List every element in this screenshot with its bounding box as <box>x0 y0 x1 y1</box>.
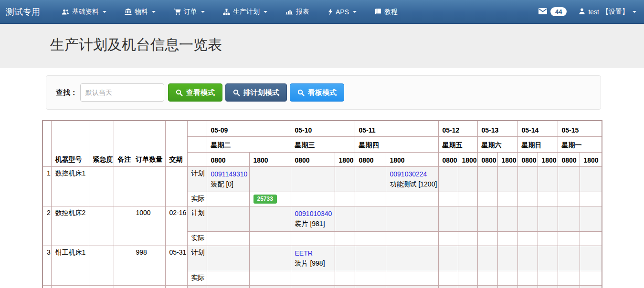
actual-cell <box>580 231 602 246</box>
nav-item-basic-data[interactable]: 基础资料 <box>53 0 116 23</box>
date-header: 05-11 <box>355 121 438 136</box>
kanban-mode-button[interactable]: 看板模式 <box>290 83 344 102</box>
weekday-header: 星期三 <box>291 136 355 152</box>
plan-cell <box>497 206 517 231</box>
actual-cell <box>386 231 438 246</box>
actual-cell <box>207 271 249 285</box>
weekday-header: 星期六 <box>477 136 517 152</box>
nav-item-orders[interactable]: 订单 <box>165 0 214 23</box>
actual-cell <box>477 192 497 206</box>
page-title: 生产计划及机台信息一览表 <box>50 35 644 55</box>
actual-cell <box>458 271 477 285</box>
nav-item-tutorial[interactable]: 教程 <box>366 0 407 23</box>
row-type-label: 实际 <box>187 231 207 246</box>
urgency-cell <box>89 285 114 288</box>
order-link[interactable]: 0091149310 <box>211 169 245 179</box>
actual-cell <box>497 192 517 206</box>
due-date-cell <box>165 166 187 206</box>
machine-name: 钳工机床2 <box>51 285 89 288</box>
plan-cell <box>458 285 477 288</box>
time-header: 1800 <box>538 152 558 166</box>
actual-cell <box>458 231 477 246</box>
actual-cell <box>335 271 355 285</box>
mail-count-badge[interactable]: 44 <box>550 7 567 16</box>
actual-cell <box>517 192 538 206</box>
caret-down-icon <box>264 11 267 13</box>
actual-cell <box>558 271 580 285</box>
date-header: 05-12 <box>438 121 477 136</box>
search-input[interactable] <box>80 83 164 102</box>
brand[interactable]: 测试专用 <box>0 0 49 23</box>
time-header: 1800 <box>497 152 517 166</box>
task-desc: 装片 [998] <box>295 258 331 268</box>
user-menu[interactable]: test 【设置】 <box>579 8 636 16</box>
nav-item-material[interactable]: 物料 <box>116 0 165 23</box>
order-link[interactable]: 0091010340 <box>295 209 331 219</box>
nav-label: 生产计划 <box>233 8 260 16</box>
button-label: 看板模式 <box>308 88 337 97</box>
task-desc: 功能测试 [1200] <box>390 179 434 189</box>
table-row: 3 钳工机床1 998 05-31 计划 EETR 装片 [998] <box>42 246 602 271</box>
time-header: 0800 <box>207 152 249 166</box>
plan-cell: EETR <box>386 285 438 288</box>
sitemap-icon <box>223 9 230 15</box>
users-icon <box>62 9 69 15</box>
nav-item-reports[interactable]: 报表 <box>276 0 318 23</box>
actual-cell <box>355 192 386 206</box>
schedule-mode-button[interactable]: 排计划模式 <box>225 83 287 102</box>
plan-cell: 0091149310 装配 [0] <box>207 166 249 192</box>
weekday-header: 星期五 <box>438 136 477 152</box>
table-row: 4 钳工机床2 计划 侧板 EETR <box>42 285 602 288</box>
plan-cell: 0091030224 功能测试 [1200] <box>386 166 438 192</box>
actual-cell <box>291 271 335 285</box>
plan-cell <box>249 285 291 288</box>
plan-cell <box>438 285 458 288</box>
order-link[interactable]: 0091030224 <box>390 169 434 179</box>
actual-cell <box>580 192 602 206</box>
actual-cell <box>477 231 497 246</box>
plan-cell <box>207 206 249 231</box>
date-header: 05-14 <box>517 121 558 136</box>
row-index: 1 <box>42 166 51 206</box>
plan-cell <box>538 246 558 271</box>
envelope-icon[interactable] <box>538 8 547 16</box>
plan-cell <box>580 285 602 288</box>
row-type-label: 实际 <box>187 271 207 285</box>
actual-cell <box>335 192 355 206</box>
actual-cell <box>538 271 558 285</box>
nav-label: APS <box>336 8 349 16</box>
navbar: 测试专用 基础资料 物料 订单 生产计划 报表 APS <box>0 0 644 24</box>
col-header-rowtype <box>187 136 207 152</box>
plan-cell <box>335 246 355 271</box>
plan-cell <box>580 246 602 271</box>
machine-name: 钳工机床1 <box>51 246 89 285</box>
time-header: 0800 <box>438 152 458 166</box>
plan-cell <box>386 206 438 231</box>
order-qty-cell: 998 <box>132 246 165 285</box>
nav-item-aps[interactable]: APS <box>318 0 366 23</box>
actual-cell <box>538 231 558 246</box>
time-header: 1800 <box>458 152 477 166</box>
nav-label: 教程 <box>384 8 398 16</box>
actual-cell <box>538 192 558 206</box>
row-type-label: 计划 <box>187 246 207 271</box>
order-link[interactable]: EETR <box>295 248 331 258</box>
plan-cell <box>558 246 580 271</box>
nav-item-production-plan[interactable]: 生产计划 <box>214 0 276 23</box>
time-header: 1800 <box>386 152 438 166</box>
row-type-label: 计划 <box>187 166 207 192</box>
plan-cell <box>477 206 497 231</box>
actual-cell <box>291 192 335 206</box>
row-type-label: 计划 <box>187 206 207 231</box>
remark-cell <box>114 285 132 288</box>
actual-cell <box>580 271 602 285</box>
urgency-cell <box>89 166 114 206</box>
urgency-cell <box>89 246 114 285</box>
plan-cell <box>580 166 602 192</box>
view-mode-button[interactable]: 查看模式 <box>168 83 222 102</box>
actual-cell <box>438 192 458 206</box>
time-header: 0800 <box>558 152 580 166</box>
urgency-cell <box>89 206 114 246</box>
plan-cell <box>335 166 355 192</box>
weekday-header: 星期一 <box>558 136 602 152</box>
